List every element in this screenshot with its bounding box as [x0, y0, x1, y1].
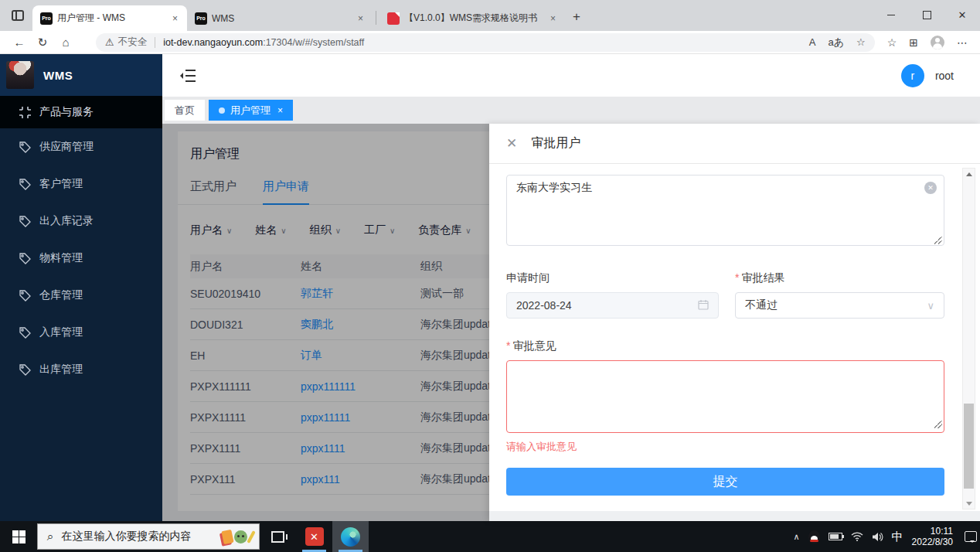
security-warning[interactable]: ⚠ 不安全: [105, 36, 147, 49]
action-center-icon[interactable]: [965, 531, 977, 542]
apply-time-label: 申请时间: [506, 271, 719, 285]
xshell-app-button[interactable]: ✕: [296, 521, 332, 552]
drawer-bottom-strip: [489, 511, 980, 521]
task-view-button[interactable]: [260, 521, 296, 552]
warning-icon: ⚠: [105, 36, 114, 48]
start-button[interactable]: [0, 521, 37, 552]
sidebar-item-products[interactable]: 产品与服务: [0, 96, 162, 128]
window-restore-button[interactable]: [909, 0, 944, 29]
validation-error-message: 请输入审批意见: [506, 440, 944, 454]
sidebar-item-inbound[interactable]: 入库管理: [0, 314, 162, 351]
window-close-button[interactable]: ✕: [944, 0, 980, 29]
tab-actions-menu-icon[interactable]: [8, 5, 28, 26]
browser-tab-active[interactable]: Pro 用户管理 - WMS ×: [32, 5, 187, 31]
new-tab-button[interactable]: +: [565, 9, 588, 25]
drawer-body: 东南大学实习生 ✕ 申请时间: [489, 165, 980, 511]
sidebar-item-label: 客户管理: [39, 177, 83, 191]
menu-fold-icon[interactable]: [179, 69, 196, 83]
username[interactable]: root: [935, 70, 954, 82]
favorites-hub-icon[interactable]: ☆: [887, 36, 897, 49]
page-tab-close-icon[interactable]: ×: [277, 105, 283, 116]
submit-button[interactable]: 提交: [506, 468, 944, 496]
tray-expand-icon[interactable]: ∧: [794, 532, 800, 542]
select-caret-icon: ∨: [927, 300, 934, 312]
resize-grip-icon[interactable]: [934, 237, 942, 244]
approval-result-label: *审批结果: [735, 271, 944, 285]
browser-profile-avatar[interactable]: [931, 36, 944, 49]
search-icon: ⌕: [47, 530, 53, 543]
page-tab-user-management[interactable]: 用户管理 ×: [209, 100, 293, 121]
drawer-header: ✕ 审批用户: [489, 124, 980, 164]
battery-icon[interactable]: [829, 533, 842, 540]
corners-icon: [19, 106, 32, 119]
qq-tray-icon[interactable]: [808, 530, 820, 543]
drawer-close-icon[interactable]: ✕: [506, 135, 517, 152]
app-header: r root: [162, 54, 980, 97]
page-tab-home[interactable]: 首页: [165, 100, 205, 121]
window-minimize-button[interactable]: [873, 0, 909, 29]
translate-icon[interactable]: aあ: [829, 36, 845, 49]
page-tab-bar: 首页 用户管理 ×: [162, 97, 980, 124]
settings-more-icon[interactable]: ⋯: [957, 36, 968, 49]
scroll-up-icon[interactable]: [963, 169, 975, 179]
sidebar-item-customers[interactable]: 客户管理: [0, 165, 162, 203]
task-view-icon: [271, 531, 284, 543]
browser-tab-pdf[interactable]: 【V1.0.0】WMS需求规格说明书 ×: [379, 5, 565, 31]
sidebar-item-materials[interactable]: 物料管理: [0, 240, 162, 277]
clock-date: 2022/8/30: [912, 537, 953, 547]
home-icon[interactable]: ⌂: [54, 36, 77, 49]
page-tab-label: 首页: [175, 104, 195, 118]
apply-reason-textarea[interactable]: 东南大学实习生: [506, 175, 944, 246]
tag-icon: [19, 289, 32, 302]
taskbar-clock[interactable]: 10:11 2022/8/30: [912, 526, 953, 547]
tab-separator: [376, 11, 376, 25]
sidebar-item-label: 出入库记录: [39, 214, 94, 228]
url-host: iot-dev.nangaoyun.com: [163, 37, 263, 48]
drawer-scrollbar[interactable]: [962, 168, 975, 509]
sidebar-menu: 产品与服务 供应商管理 客户管理 出入库记录 物料管理 仓库管理: [0, 96, 162, 521]
refresh-icon[interactable]: ↻: [31, 36, 54, 49]
edge-icon: [341, 527, 360, 547]
scroll-down-icon[interactable]: [963, 498, 975, 509]
xshell-icon: ✕: [305, 527, 324, 546]
search-highlight-sticker[interactable]: [223, 530, 253, 543]
browser-tab-wms[interactable]: Pro WMS ×: [187, 5, 373, 31]
url-path: :17304/w/#/system/staff: [263, 37, 364, 48]
page-tab-label: 用户管理: [230, 104, 271, 118]
taskbar-search-box[interactable]: ⌕ 在这里输入你要搜索的内容: [37, 523, 260, 550]
tag-icon: [19, 215, 32, 228]
add-favorite-icon[interactable]: ☆: [856, 36, 866, 48]
approval-opinion-label: *审批意见: [506, 339, 944, 353]
sidebar-item-inout-records[interactable]: 出入库记录: [0, 203, 162, 240]
url-field[interactable]: ⚠ 不安全 iot-dev.nangaoyun.com :17304/w/#/s…: [96, 33, 875, 52]
tab-title: 用户管理 - WMS: [57, 12, 165, 25]
tab-close-icon[interactable]: ×: [169, 12, 181, 25]
clock-time: 10:11: [912, 526, 953, 537]
security-label: 不安全: [118, 36, 148, 49]
edge-app-button[interactable]: [332, 521, 369, 552]
tag-icon: [19, 178, 32, 191]
approval-result-select[interactable]: 不通过 ∨: [735, 292, 944, 319]
resize-grip-icon[interactable]: [934, 421, 942, 428]
ime-indicator[interactable]: 中: [892, 530, 903, 544]
tab-close-icon[interactable]: ×: [547, 12, 559, 25]
back-icon[interactable]: ←: [8, 36, 31, 49]
tag-icon: [19, 363, 32, 377]
tab-close-icon[interactable]: ×: [355, 12, 366, 25]
user-avatar[interactable]: r: [901, 64, 924, 87]
wms-app: WMS 产品与服务 供应商管理 客户管理 出入库记录: [0, 54, 980, 521]
approval-opinion-textarea[interactable]: [506, 360, 944, 433]
sidebar-item-suppliers[interactable]: 供应商管理: [0, 128, 162, 165]
required-asterisk: *: [735, 271, 739, 284]
clear-input-icon[interactable]: ✕: [924, 182, 937, 194]
read-aloud-icon[interactable]: A: [809, 36, 816, 48]
app-logo: WMS: [0, 54, 162, 96]
volume-icon[interactable]: [872, 532, 883, 542]
wifi-icon[interactable]: [851, 532, 863, 541]
collections-icon[interactable]: ⊞: [909, 36, 918, 49]
tag-icon: [19, 326, 32, 339]
tag-icon: [19, 141, 32, 154]
sidebar-item-outbound[interactable]: 出库管理: [0, 351, 162, 388]
sidebar-item-warehouses[interactable]: 仓库管理: [0, 277, 162, 314]
scrollbar-thumb[interactable]: [964, 404, 974, 489]
